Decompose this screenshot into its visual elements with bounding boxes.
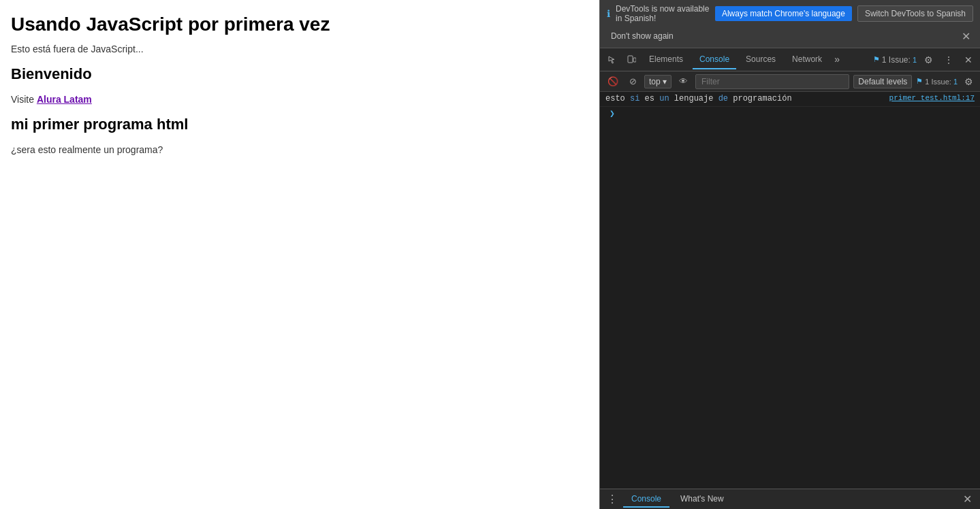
- always-match-button[interactable]: Always match Chrome's language: [715, 6, 852, 21]
- toolbar-right: ⚑ 1 Issue: 1 ⚙ ⋮ ✕: [873, 52, 976, 68]
- device-toolbar-button[interactable]: [623, 52, 639, 67]
- console-flag-icon: ⚑: [916, 77, 923, 86]
- console-message: esto si es un lenguaje de programación: [605, 94, 884, 103]
- close-devtools-button[interactable]: ✕: [961, 52, 976, 68]
- bottom-tab-console[interactable]: Console: [623, 491, 669, 508]
- more-tabs-icon: »: [832, 52, 842, 68]
- main-content: Usando JavaScript por primera vez Esto e…: [0, 0, 599, 509]
- close-notification-button[interactable]: ✕: [959, 30, 973, 43]
- arrow-icon: ❯: [610, 109, 615, 119]
- para1: Esto está fuera de JavaScript...: [11, 44, 588, 54]
- inspect-element-button[interactable]: [604, 52, 620, 67]
- no-entry-button[interactable]: ⊘: [626, 74, 640, 88]
- notification-bar: ℹ DevTools is now available in Spanish! …: [600, 0, 980, 48]
- bottom-tab-whats-new[interactable]: What's New: [672, 491, 732, 508]
- issues-label: 1 Issue:: [882, 55, 911, 65]
- issues-count-badge: 1: [913, 56, 917, 64]
- page-heading1: Usando JavaScript por primera vez: [11, 14, 588, 35]
- console-expand-arrow[interactable]: ❯: [600, 107, 980, 120]
- alura-link[interactable]: Alura Latam: [37, 94, 92, 105]
- bottom-menu-button[interactable]: ⋮: [604, 490, 620, 508]
- console-output: esto si es un lenguaje de programación p…: [600, 92, 980, 489]
- console-issues-label: 1 Issue:: [925, 78, 951, 86]
- tab-console[interactable]: Console: [693, 50, 736, 69]
- page-heading2: Bienvenido: [11, 65, 588, 83]
- svg-rect-0: [628, 56, 633, 63]
- visit-paragraph: Visite Alura Latam: [11, 94, 588, 105]
- info-icon: ℹ: [607, 8, 610, 20]
- question-para: ¿sera esto realmente un programa?: [11, 144, 588, 155]
- console-log-row: esto si es un lenguaje de programación p…: [600, 92, 980, 107]
- switch-spanish-button[interactable]: Switch DevTools to Spanish: [857, 5, 973, 22]
- devtools-panel: ℹ DevTools is now available in Spanish! …: [599, 0, 980, 509]
- tab-network[interactable]: Network: [785, 50, 829, 69]
- console-source-link[interactable]: primer test.html:17: [889, 94, 975, 102]
- visit-text: Visite: [11, 94, 37, 105]
- console-toolbar: 🚫 ⊘ top ▾ 👁 Default levels ⚑ 1 Issue: 1 …: [600, 71, 980, 92]
- flag-icon: ⚑: [873, 55, 880, 64]
- svg-rect-1: [633, 58, 636, 62]
- tab-elements[interactable]: Elements: [642, 50, 690, 69]
- console-settings-button[interactable]: ⚙: [962, 75, 976, 88]
- filter-input[interactable]: [695, 74, 849, 89]
- clear-console-button[interactable]: 🚫: [604, 74, 622, 88]
- tab-sources[interactable]: Sources: [739, 50, 783, 69]
- bottom-close-button[interactable]: ✕: [959, 491, 976, 507]
- console-issues-count: 1: [953, 78, 958, 86]
- devtools-toolbar: Elements Console Sources Network » ⚑ 1 I…: [600, 48, 980, 71]
- bottom-bar: ⋮ Console What's New ✕: [600, 489, 980, 509]
- console-message-text: esto si es un lenguaje de programación: [605, 94, 792, 103]
- context-selector[interactable]: top ▾: [644, 75, 671, 88]
- dont-show-button[interactable]: Don't show again: [607, 29, 678, 44]
- eye-icon-button[interactable]: 👁: [676, 74, 691, 88]
- settings-button[interactable]: ⚙: [921, 52, 936, 68]
- page-heading3: mi primer programa html: [11, 116, 588, 133]
- console-issues-button[interactable]: ⚑ 1 Issue: 1: [916, 77, 958, 86]
- default-levels-selector[interactable]: Default levels: [853, 75, 912, 88]
- more-options-button[interactable]: ⋮: [941, 52, 957, 68]
- notification-text: DevTools is now available in Spanish!: [616, 4, 710, 23]
- issues-badge-button[interactable]: ⚑ 1 Issue: 1: [873, 55, 917, 65]
